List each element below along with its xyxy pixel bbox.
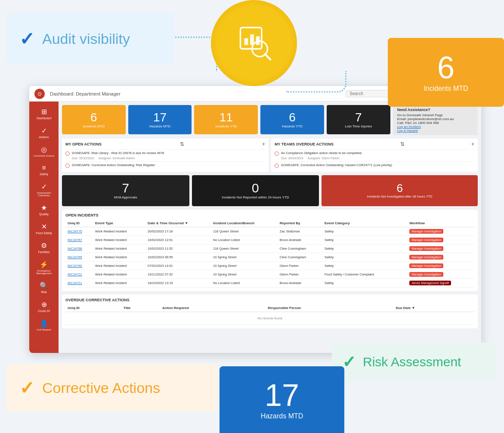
stat-incidents-ytd-number: 11 (220, 111, 233, 124)
empty-cell (401, 261, 408, 270)
workflow-badge[interactable]: Manager Investigation (409, 229, 443, 234)
sidebar-item-food-safety[interactable]: ✕ Food Safety (31, 220, 57, 237)
overdue-actions-title: MY TEAMS OVERDUE ACTIONS (275, 142, 334, 146)
incident-id-link[interactable]: INC24760 (68, 264, 82, 268)
col-category[interactable]: Event Category (322, 220, 401, 227)
incident-id-link[interactable]: INC24765 (68, 255, 82, 259)
category-cell: Safety (322, 227, 401, 235)
incident-id-link[interactable]: INC24775 (68, 229, 82, 233)
no-records-row: No records found (65, 312, 474, 325)
date-cell: 10/11/2022 07:32 (145, 270, 211, 278)
col-event-type[interactable]: Event Type (93, 220, 145, 227)
table-row[interactable]: INC24766 Work Related Incident 10/02/202… (65, 244, 474, 253)
overdue-circle-1 (275, 152, 279, 156)
overdue-due-1: Due: 20/04/2023 (281, 156, 303, 160)
col-date[interactable]: Date & Time Occurred ▼ (145, 220, 211, 227)
overdue-item-2[interactable]: DONESAFE: Corrective Action Outstanding:… (275, 161, 474, 169)
reporter-cell: Bruno Andrade (278, 278, 322, 287)
incidents-not-reported-tile[interactable]: 0 Incidents Not Reported within 24 hours… (192, 175, 319, 206)
workflow-badge[interactable]: Senior Management Signoff (409, 281, 451, 285)
risk-icon: 🔍 (40, 281, 48, 290)
incidents-mtd-top-card: 6 Incidents MTD (388, 38, 504, 107)
location-cell: 116 Queen Street (211, 244, 278, 253)
category-cell: Safety (322, 253, 401, 261)
sidebar-item-assessment[interactable]: ✓ Assessment Checklists (31, 180, 57, 199)
sidebar-item-actions[interactable]: ✓ Actions (31, 124, 57, 141)
workflow-badge[interactable]: Manager Investigation (409, 263, 443, 268)
log-incident-link[interactable]: Log an Incident (397, 125, 473, 129)
corr-col-action[interactable]: Action Required (160, 304, 266, 312)
workflow-cell: Manager Investigation (407, 270, 474, 278)
sidebar-item-safety[interactable]: ≡ Safety (31, 161, 57, 178)
sidebar-item-covid[interactable]: ⊕ Covid-19 (31, 298, 57, 315)
sidebar-label-emergency: Emergency Management (33, 269, 55, 275)
col-location[interactable]: Incident Location/Branch (211, 220, 278, 227)
table-row[interactable]: INC24760 Work Related Incident 07/02/202… (65, 261, 474, 270)
overdue-corrective-section: OVERDUE CORRECTIVE ACTIONS Uniq ID Title… (62, 294, 478, 328)
col-reporter[interactable]: Reported By (278, 220, 322, 227)
actions-icon: ✓ (41, 127, 47, 135)
incident-id-link[interactable]: INC24721 (68, 272, 82, 276)
log-hazard-link[interactable]: Log a Hazard (397, 129, 473, 133)
sidebar-item-dashboard[interactable]: ⊞ Dashboard (31, 105, 57, 122)
table-row[interactable]: INC24765 Work Related Incident 10/02/202… (65, 253, 474, 261)
category-cell: Safety (322, 278, 401, 287)
event-type-cell: Work Related Incident (93, 270, 145, 278)
incident-id-link[interactable]: INC24711 (68, 281, 82, 285)
location-cell: 116 Queen Street (211, 227, 278, 235)
incident-id-link[interactable]: INC24767 (68, 238, 82, 242)
table-row[interactable]: INC24767 Work Related Incident 10/02/202… (65, 235, 474, 244)
col-workflow[interactable]: Workflow (407, 220, 474, 227)
app-logo: ⊙ (34, 89, 45, 99)
table-row[interactable]: INC24775 Work Related Incident 20/02/202… (65, 227, 474, 235)
stat-lost-time[interactable]: 7 Lost Time Injuries (327, 105, 390, 134)
col-uniq-id[interactable]: Uniq ID (65, 220, 93, 227)
action-item-1[interactable]: DONESAFE: Risk Library - Risk ID 24676 i… (65, 149, 265, 161)
table-row[interactable]: INC24711 Work Related Incident 18/10/202… (65, 278, 474, 287)
table-row[interactable]: INC24721 Work Related Incident 10/11/202… (65, 270, 474, 278)
workflow-badge[interactable]: Manager Investigation (409, 246, 443, 251)
sidebar-item-corrective[interactable]: ◎ Corrective Actions (31, 143, 57, 160)
corr-col-title[interactable]: Title (121, 304, 160, 312)
sidebar-item-facilities[interactable]: ⚙ Facilities (31, 239, 57, 256)
location-cell: 10 Spring Street (211, 270, 278, 278)
dotted-line-1 (170, 37, 217, 71)
overdue-item-1[interactable]: An Compliance Obligation action needs to… (275, 149, 474, 161)
open-actions-sort-icon[interactable]: ⇅ (180, 141, 184, 147)
sidebar-item-emergency[interactable]: ⚡ Emergency Management (31, 258, 57, 277)
sidebar-label-corrective: Corrective Actions (34, 155, 54, 157)
stat-hazards-ytd[interactable]: 6 Hazards YTD (260, 105, 324, 134)
workflow-cell: Manager Investigation (407, 253, 474, 261)
sidebar-label-facilities: Facilities (38, 251, 49, 254)
corrective-check-icon: ✓ (19, 377, 34, 399)
workflow-badge[interactable]: Manager Investigation (409, 238, 443, 242)
open-actions-add-icon[interactable]: + (262, 141, 265, 147)
reporter-cell: Clive Cunningham (278, 253, 322, 261)
overdue-actions-sort-icon[interactable]: ⇅ (400, 141, 405, 147)
dashboard-icon: ⊞ (41, 108, 47, 116)
corr-col-person[interactable]: Responsible Person (266, 304, 393, 312)
workflow-badge[interactable]: Manager Investigation (409, 272, 443, 277)
workflow-cell: Manager Investigation (407, 235, 474, 244)
incidents-not-investigated-tile[interactable]: 6 Incidents Not Investigated after 48 ho… (322, 175, 478, 206)
stat-incidents-mtd[interactable]: 6 Incidents MTD (62, 105, 126, 134)
action-assignee-1: Assignee: Donesafe Admin (99, 156, 135, 160)
incident-id-link[interactable]: INC24766 (68, 247, 82, 251)
no-records-text: No records found (65, 312, 474, 325)
action-item-2[interactable]: DONESAFE: Corrective Action Outstanding:… (65, 161, 265, 169)
sidebar-item-civil[interactable]: 👤 Civil Reports (31, 317, 57, 334)
stat-hazards-mtd[interactable]: 17 Hazards MTD (128, 105, 192, 134)
corr-col-due[interactable]: Due Date ▼ (393, 304, 474, 312)
corrective-icon: ◎ (41, 145, 47, 154)
sidebar-item-quality[interactable]: ★ Quality (31, 201, 57, 218)
event-type-cell: Work Related Incident (93, 244, 145, 253)
sidebar-item-risk[interactable]: 🔍 Risk (31, 279, 57, 296)
workflow-badge[interactable]: Manager Investigation (409, 255, 443, 260)
overdue-actions-add-icon[interactable]: + (471, 141, 474, 147)
mva-approvals-tile[interactable]: 7 MVA Approvals (62, 175, 189, 206)
stat-incidents-ytd-label: Incidents YTD (215, 124, 237, 128)
stat-incidents-ytd[interactable]: 11 Incidents YTD (194, 105, 258, 134)
corr-col-id[interactable]: Uniq ID (65, 304, 121, 312)
date-cell: 07/02/2023 14:01 (145, 261, 211, 270)
stat-incidents-mtd-label: Incidents MTD (83, 124, 105, 128)
